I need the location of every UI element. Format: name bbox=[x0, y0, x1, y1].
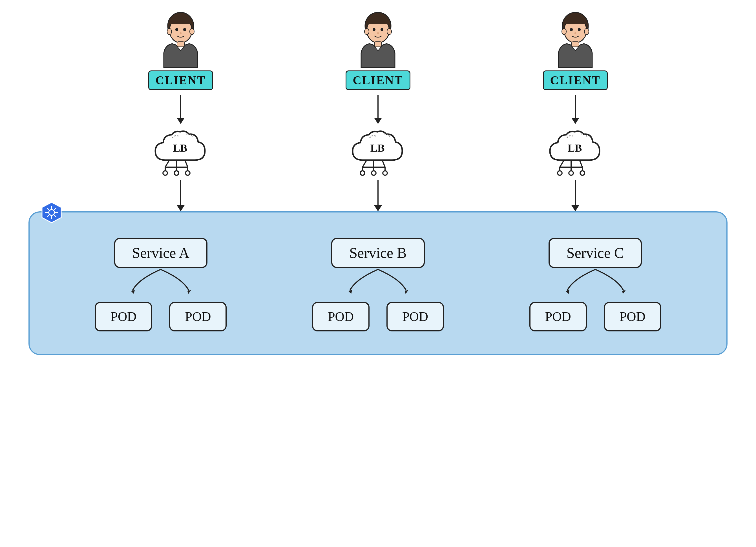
client-badge-2: CLIENT bbox=[346, 70, 410, 90]
person-icon-3 bbox=[550, 11, 601, 68]
svg-point-55 bbox=[569, 171, 573, 175]
svg-point-17 bbox=[174, 171, 179, 175]
svg-point-54 bbox=[558, 171, 562, 175]
services-row: Service A POD POD Service B bbox=[52, 238, 704, 331]
main-diagram: CLIENT LB bbox=[0, 0, 756, 547]
svg-text:LB: LB bbox=[568, 142, 582, 154]
kubernetes-icon bbox=[41, 202, 62, 223]
top-row: CLIENT LB bbox=[0, 11, 756, 211]
svg-marker-67 bbox=[131, 290, 135, 294]
svg-point-37 bbox=[383, 171, 387, 175]
cloud-lb-icon-3: LB bbox=[544, 126, 606, 177]
client-to-lb-arrow-1 bbox=[177, 95, 185, 124]
svg-point-5 bbox=[167, 28, 172, 35]
pod-b-row: POD POD bbox=[312, 302, 444, 331]
svg-text:LB: LB bbox=[173, 142, 187, 154]
service-c-arrows bbox=[536, 268, 655, 296]
service-b-arrows bbox=[319, 268, 437, 296]
service-a-box: Service A bbox=[114, 238, 208, 268]
client-to-lb-arrow-3 bbox=[571, 95, 579, 124]
svg-rect-45 bbox=[572, 42, 579, 47]
client-to-lb-arrow-2 bbox=[374, 95, 382, 124]
svg-text:LB: LB bbox=[370, 142, 385, 154]
service-b-box: Service B bbox=[331, 238, 425, 268]
k8s-cluster-box: Service A POD POD Service B bbox=[28, 211, 728, 355]
svg-marker-71 bbox=[566, 290, 569, 294]
svg-point-24 bbox=[364, 28, 369, 35]
client-column-2: CLIENT LB bbox=[339, 11, 417, 211]
svg-point-36 bbox=[372, 171, 376, 175]
pod-a-2: POD bbox=[169, 302, 227, 331]
client-column-1: CLIENT LB bbox=[141, 11, 220, 211]
client-badge-3: CLIENT bbox=[543, 70, 607, 90]
service-a-arrows bbox=[101, 268, 220, 296]
svg-line-13 bbox=[185, 160, 188, 167]
svg-point-41 bbox=[578, 28, 581, 31]
pod-c-row: POD POD bbox=[529, 302, 661, 331]
pod-c-2: POD bbox=[604, 302, 661, 331]
svg-line-28 bbox=[362, 160, 367, 167]
lb-to-cluster-arrow-2 bbox=[374, 180, 382, 211]
svg-line-32 bbox=[382, 160, 385, 167]
svg-point-25 bbox=[387, 28, 392, 35]
lb-cloud-1: LB bbox=[150, 126, 212, 177]
service-c-column: Service C POD POD bbox=[497, 238, 694, 331]
service-c-box: Service C bbox=[549, 238, 642, 268]
pod-c-1: POD bbox=[529, 302, 587, 331]
svg-point-2 bbox=[175, 28, 178, 31]
svg-point-6 bbox=[190, 28, 194, 35]
service-b-column: Service B POD POD bbox=[279, 238, 477, 331]
cloud-lb-icon-1: LB bbox=[150, 126, 212, 177]
svg-point-16 bbox=[163, 171, 167, 175]
svg-marker-72 bbox=[622, 290, 626, 294]
lb-to-cluster-arrow-3 bbox=[571, 180, 579, 211]
client-badge-1: CLIENT bbox=[148, 70, 213, 90]
pod-a-1: POD bbox=[95, 302, 152, 331]
svg-point-43 bbox=[562, 28, 566, 35]
svg-point-22 bbox=[381, 28, 383, 31]
svg-point-35 bbox=[360, 171, 365, 175]
svg-line-51 bbox=[580, 160, 582, 167]
svg-point-42 bbox=[574, 32, 576, 34]
svg-marker-69 bbox=[348, 290, 352, 294]
svg-line-47 bbox=[560, 160, 564, 167]
svg-point-3 bbox=[183, 28, 186, 31]
svg-marker-68 bbox=[187, 290, 191, 294]
lb-to-cluster-arrow-1 bbox=[177, 180, 185, 211]
svg-line-9 bbox=[165, 160, 169, 167]
svg-point-56 bbox=[580, 171, 585, 175]
svg-rect-26 bbox=[374, 42, 382, 47]
pod-b-1: POD bbox=[312, 302, 370, 331]
person-icon-1 bbox=[155, 11, 206, 68]
client-column-3: CLIENT LB bbox=[536, 11, 615, 211]
svg-point-40 bbox=[570, 28, 573, 31]
service-a-column: Service A POD POD bbox=[62, 238, 259, 331]
svg-marker-70 bbox=[405, 290, 408, 294]
svg-point-21 bbox=[373, 28, 375, 31]
pod-b-2: POD bbox=[386, 302, 444, 331]
person-icon-2 bbox=[353, 11, 403, 68]
lb-cloud-3: LB bbox=[544, 126, 606, 177]
lb-cloud-2: LB bbox=[347, 126, 409, 177]
svg-point-44 bbox=[584, 28, 589, 35]
svg-point-23 bbox=[377, 32, 379, 34]
cloud-lb-icon-2: LB bbox=[347, 126, 409, 177]
svg-point-4 bbox=[180, 32, 182, 34]
pod-a-row: POD POD bbox=[95, 302, 227, 331]
svg-point-18 bbox=[185, 171, 190, 175]
svg-rect-7 bbox=[177, 42, 184, 47]
